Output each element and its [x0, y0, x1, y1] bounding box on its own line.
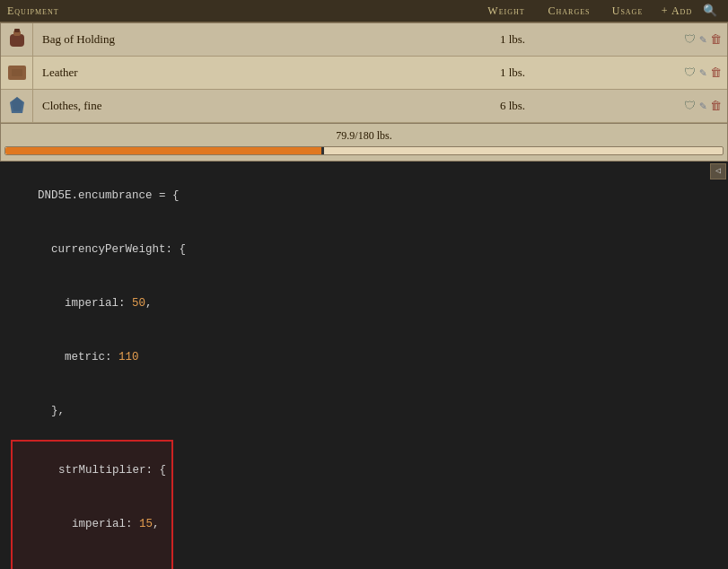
top-weight-bar-fill: [5, 147, 321, 154]
top-equipment-title: Equipment: [7, 4, 59, 18]
top-item-shield-2[interactable]: 🛡: [684, 66, 696, 80]
code-line-2: currencyPerWeight: {: [11, 223, 717, 276]
top-charges-col: Charges: [538, 4, 601, 18]
top-item-weight-1: 1 lbs.: [481, 32, 544, 47]
top-item-name-2: Leather: [33, 66, 481, 80]
top-item-row-3: Clothes, fine 6 lbs. 🛡 ✎ 🗑: [1, 90, 727, 123]
top-weight-bar-section: 79.9/180 lbs.: [0, 124, 728, 162]
top-item-edit-3[interactable]: ✎: [699, 99, 706, 113]
code-line-7: imperial: 15,: [18, 497, 166, 551]
top-item-weight-2: 1 lbs.: [481, 66, 544, 80]
top-weight-bar: [4, 146, 724, 155]
top-weight-bar-marker: [321, 147, 324, 154]
top-item-actions-3: 🛡 ✎ 🗑: [661, 99, 727, 113]
top-item-icon-3: [1, 90, 33, 122]
top-item-icon-2: [1, 57, 33, 89]
top-item-shield-1[interactable]: 🛡: [684, 33, 696, 47]
top-weight-col: Weight: [475, 4, 538, 18]
svg-rect-0: [10, 34, 24, 47]
code-line-4: metric: 110: [11, 330, 717, 384]
scroll-button[interactable]: ◁: [710, 163, 726, 179]
top-equipment-table: Bag of Holding 1 lbs. 🛡 ✎ 🗑 Leather 1 lb…: [0, 22, 728, 124]
svg-marker-6: [12, 97, 22, 111]
top-item-name-3: Clothes, fine: [33, 99, 481, 113]
top-item-delete-3[interactable]: 🗑: [710, 100, 722, 113]
top-item-actions-1: 🛡 ✎ 🗑: [661, 32, 727, 47]
code-line-3: imperial: 50,: [11, 276, 717, 330]
top-search-icon[interactable]: 🔍: [699, 4, 721, 18]
top-item-edit-1[interactable]: ✎: [699, 32, 706, 47]
svg-rect-2: [14, 29, 20, 32]
top-item-icon-1: [1, 23, 33, 56]
top-add-button[interactable]: + Add: [654, 4, 699, 18]
top-item-edit-2[interactable]: ✎: [699, 66, 706, 80]
top-item-row-2: Leather 1 lbs. 🛡 ✎ 🗑: [1, 57, 727, 90]
code-line-5: },: [11, 384, 717, 438]
top-item-delete-1[interactable]: 🗑: [710, 33, 722, 47]
top-item-weight-3: 6 lbs.: [481, 99, 544, 113]
top-usage-col: Usage: [601, 4, 654, 18]
highlighted-block: strMultiplier: { imperial: 15, metric: 6…: [11, 440, 173, 569]
top-item-name-1: Bag of Holding: [33, 32, 481, 47]
top-weight-text: 79.9/180 lbs.: [4, 129, 724, 143]
top-item-actions-2: 🛡 ✎ 🗑: [661, 66, 727, 80]
top-item-shield-3[interactable]: 🛡: [684, 100, 696, 113]
code-editor: ◁ DND5E.encumbrance = { currencyPerWeigh…: [0, 162, 728, 569]
code-line-1: DND5E.encumbrance = {: [11, 169, 717, 223]
top-item-row-1: Bag of Holding 1 lbs. 🛡 ✎ 🗑: [1, 23, 727, 57]
code-line-8: metric: 6.8: [18, 551, 166, 569]
top-item-delete-2[interactable]: 🗑: [710, 66, 722, 80]
code-line-6: strMultiplier: {: [18, 443, 166, 497]
top-equipment-header: Equipment Weight Charges Usage + Add 🔍: [0, 0, 728, 22]
top-equipment-section: Equipment Weight Charges Usage + Add 🔍 B…: [0, 0, 728, 162]
svg-rect-4: [12, 69, 22, 76]
